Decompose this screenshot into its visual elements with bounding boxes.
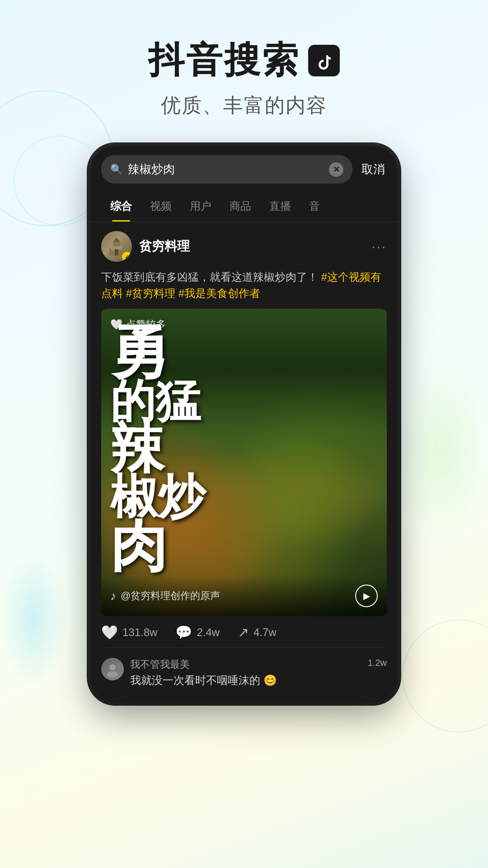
audio-info: ♪ @贫穷料理创作的原声: [110, 589, 220, 603]
share-icon: ↗: [238, 624, 249, 640]
tab-video[interactable]: 视频: [141, 191, 181, 222]
svg-point-5: [109, 664, 116, 670]
commenter-avatar: [101, 658, 124, 680]
verified-check-icon: ✓: [125, 254, 129, 260]
video-char-2: 的猛: [110, 380, 205, 423]
avatar[interactable]: ✓: [101, 231, 132, 262]
tab-live[interactable]: 直播: [260, 191, 300, 222]
phone-mockup: 🔍 辣椒炒肉 ✕ 取消 综合 视频 用户 商品: [90, 146, 398, 702]
post-desc-text: 下饭菜到底有多凶猛，就看这道辣椒炒肉了！: [101, 271, 318, 283]
svg-rect-4: [115, 249, 118, 255]
shares-count: 4.7w: [253, 626, 277, 639]
search-bar-row: 🔍 辣椒炒肉 ✕ 取消: [90, 146, 398, 191]
post-username[interactable]: 贫穷料理: [139, 238, 371, 255]
tab-user[interactable]: 用户: [181, 191, 221, 222]
search-cancel-button[interactable]: 取消: [360, 158, 387, 181]
verified-badge: ✓: [122, 252, 132, 262]
app-title-text: 抖音搜索: [148, 36, 300, 85]
engagement-row: 🤍 131.8w 💬 2.4w ↗ 4.7w: [101, 616, 387, 647]
video-play-button[interactable]: ▶: [355, 585, 378, 607]
phone-inner: 🔍 辣椒炒肉 ✕ 取消 综合 视频 用户 商品: [90, 146, 398, 702]
app-subtitle: 优质、丰富的内容: [0, 92, 488, 119]
comment-icon: 💬: [175, 624, 192, 640]
search-tabs-row: 综合 视频 用户 商品 直播 音: [90, 191, 398, 222]
comment-content: 我不管我最美 我就没一次看时不咽唾沫的 😊: [130, 658, 361, 688]
comments-button[interactable]: 💬 2.4w: [175, 624, 220, 640]
svg-point-6: [107, 671, 118, 677]
video-char-1: 勇: [110, 325, 205, 381]
tab-comprehensive[interactable]: 综合: [101, 191, 141, 222]
comments-count: 2.4w: [197, 626, 220, 639]
app-title-row: 抖音搜索: [0, 36, 488, 85]
tiktok-note-icon: ♪: [110, 589, 116, 603]
search-box[interactable]: 🔍 辣椒炒肉 ✕: [101, 155, 352, 184]
search-icon: 🔍: [110, 164, 122, 175]
post-header: ✓ 贫穷料理 ···: [101, 231, 387, 262]
video-background: 🤍 点赞较多 勇 的猛 辣 椒炒 肉: [101, 309, 387, 616]
likes-count: 131.8w: [122, 626, 157, 639]
tab-product[interactable]: 商品: [221, 191, 260, 222]
video-text-overlay: 勇 的猛 辣 椒炒 肉: [110, 309, 205, 589]
svg-marker-3: [113, 237, 120, 242]
video-char-3: 辣: [110, 423, 205, 475]
comment-likes-count: 1.2w: [368, 658, 387, 668]
comment-row: 我不管我最美 我就没一次看时不咽唾沫的 😊 1.2w: [101, 652, 387, 693]
comment-text: 我就没一次看时不咽唾沫的 😊: [130, 673, 361, 688]
video-bottom-bar: ♪ @贫穷料理创作的原声 ▶: [101, 576, 387, 616]
content-area: ✓ 贫穷料理 ··· 下饭菜到底有多凶猛，就看这道辣椒炒肉了！ #这个视频有点料…: [90, 222, 398, 702]
phone-container: 🔍 辣椒炒肉 ✕ 取消 综合 视频 用户 商品: [0, 146, 488, 702]
share-button[interactable]: ↗ 4.7w: [238, 624, 277, 640]
video-char-4: 椒炒: [110, 475, 205, 520]
search-query-text: 辣椒炒肉: [128, 161, 324, 177]
video-char-5: 肉: [110, 520, 205, 574]
audio-text: @贫穷料理创作的原声: [121, 589, 220, 603]
commenter-name[interactable]: 我不管我最美: [130, 658, 361, 671]
more-options-button[interactable]: ···: [371, 239, 387, 254]
header-section: 抖音搜索 优质、丰富的内容: [0, 0, 488, 137]
post-description: 下饭菜到底有多凶猛，就看这道辣椒炒肉了！ #这个视频有点料 #贫穷料理 #我是美…: [101, 269, 387, 302]
search-clear-button[interactable]: ✕: [329, 162, 343, 177]
comments-section: 我不管我最美 我就没一次看时不咽唾沫的 😊 1.2w: [101, 647, 387, 693]
heart-icon: 🤍: [101, 624, 118, 640]
tiktok-logo-icon: [308, 45, 340, 76]
likes-button[interactable]: 🤍 131.8w: [101, 624, 157, 640]
tab-audio[interactable]: 音: [300, 191, 329, 222]
video-thumbnail[interactable]: 🤍 点赞较多 勇 的猛 辣 椒炒 肉: [101, 309, 387, 616]
